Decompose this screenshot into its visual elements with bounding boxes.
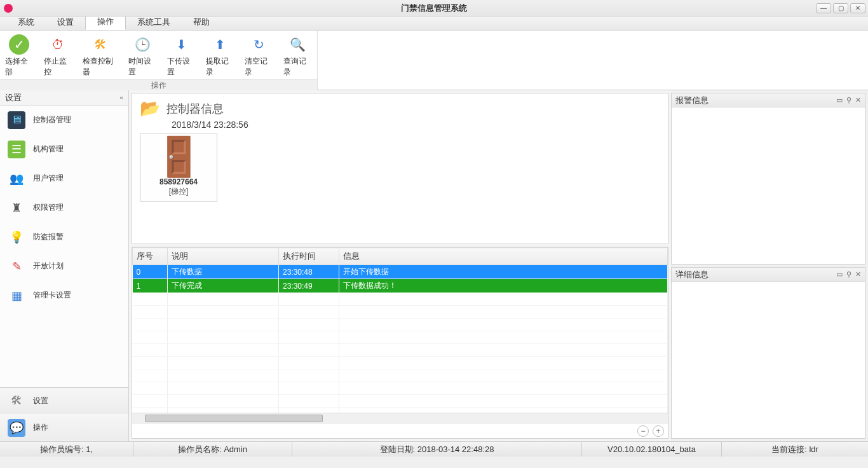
detail-panel-title: 详细信息	[675, 269, 709, 280]
zoom-in-button[interactable]: +	[653, 425, 664, 437]
side-icon: ▦	[8, 287, 25, 305]
table-row-empty	[133, 357, 668, 369]
table-row-empty	[133, 319, 668, 331]
ribbon-选择全部[interactable]: ✓选择全部	[0, 33, 39, 79]
sidebar-bottom-操作[interactable]: 💬操作	[0, 415, 128, 441]
table-row-empty	[133, 344, 668, 357]
ribbon-group-label: 操作	[0, 79, 317, 92]
sidebar-item-开放计划[interactable]: ✎开放计划	[0, 252, 128, 281]
col-desc[interactable]: 说明	[168, 248, 279, 265]
panel-close-icon[interactable]: ✕	[855, 270, 861, 279]
sidebar-item-权限管理[interactable]: ♜权限管理	[0, 193, 128, 223]
status-operator-no: 操作员编号: 1,	[0, 442, 133, 457]
close-button[interactable]: ✕	[850, 3, 865, 13]
side-icon: ♜	[8, 199, 25, 217]
ribbon-清空记录[interactable]: ↻清空记录	[240, 33, 278, 79]
detail-panel: 详细信息 ▭ ⚲ ✕	[671, 267, 865, 439]
horizontal-scrollbar[interactable]	[132, 413, 668, 423]
status-operator-name: 操作员名称: Admin	[133, 442, 292, 457]
side-icon: 🛠	[8, 392, 25, 410]
table-row-empty	[133, 331, 668, 344]
content-area: 📂 控制器信息 2018/3/14 23:28:56 🚪 858927664 […	[129, 90, 671, 441]
table-row-empty	[133, 382, 668, 395]
side-icon: ☰	[8, 141, 25, 158]
minimize-button[interactable]: —	[816, 3, 831, 13]
ribbon-icon: ⬇	[172, 34, 192, 55]
menutab-system[interactable]: 系统	[6, 15, 46, 30]
panel-pin-icon[interactable]: ⚲	[846, 96, 851, 104]
panel-window-icon[interactable]: ▭	[836, 96, 843, 104]
window-controls: — ▢ ✕	[816, 3, 865, 13]
sidebar-item-用户管理[interactable]: 👥用户管理	[0, 164, 128, 193]
panel-pin-icon[interactable]: ⚲	[846, 270, 851, 279]
sidebar-item-机构管理[interactable]: ☰机构管理	[0, 135, 128, 164]
device-id: 858927664	[159, 177, 198, 186]
sidebar-header: 设置 «	[0, 90, 128, 106]
table-row[interactable]: 1下传完成23:30:49下传数据成功！	[133, 279, 668, 293]
sidebar: 设置 « 🖥控制器管理☰机构管理👥用户管理♜权限管理💡防盗报警✎开放计划▦管理卡…	[0, 90, 129, 441]
view-title: 控制器信息	[166, 101, 224, 116]
ribbon-时间设置[interactable]: 🕒时间设置	[123, 33, 162, 79]
col-info[interactable]: 信息	[339, 248, 668, 265]
ribbon-icon: ⏱	[48, 34, 68, 55]
side-icon: 🖥	[8, 111, 25, 129]
device-type: [梯控]	[169, 186, 189, 197]
side-icon: 👥	[8, 170, 25, 188]
sidebar-bottom-设置[interactable]: 🛠设置	[0, 388, 128, 415]
folder-icon: 📂	[140, 99, 160, 118]
sidebar-item-防盗报警[interactable]: 💡防盗报警	[0, 223, 128, 252]
device-card[interactable]: 🚪 858927664 [梯控]	[140, 134, 217, 202]
panel-window-icon[interactable]: ▭	[836, 270, 843, 279]
table-row-empty	[133, 293, 668, 306]
menu-tabs: 系统 设置 操作 系统工具 帮助	[0, 17, 868, 31]
status-login-date: 登陆日期: 2018-03-14 22:48:28	[292, 442, 582, 457]
collapse-icon[interactable]: «	[119, 94, 123, 101]
controller-view: 📂 控制器信息 2018/3/14 23:28:56 🚪 858927664 […	[132, 93, 668, 244]
ribbon-提取记录[interactable]: ⬆提取记录	[201, 33, 240, 79]
right-panels: 报警信息 ▭ ⚲ ✕ 详细信息 ▭ ⚲ ✕	[671, 90, 868, 441]
side-icon: 💡	[8, 228, 25, 246]
ribbon-icon: ↻	[249, 34, 269, 55]
alarm-panel-title: 报警信息	[675, 95, 709, 106]
maximize-button[interactable]: ▢	[833, 3, 848, 13]
sidebar-item-管理卡设置[interactable]: ▦管理卡设置	[0, 281, 128, 310]
ribbon-查询记录[interactable]: 🔍查询记录	[278, 33, 317, 79]
table-row-empty	[133, 408, 668, 413]
status-version: V20.10.02.180104_bata	[582, 442, 722, 457]
ribbon-下传设置[interactable]: ⬇下传设置	[162, 33, 201, 79]
side-icon: 💬	[8, 419, 25, 437]
table-row-empty	[133, 395, 668, 408]
sidebar-title: 设置	[5, 92, 22, 104]
sidebar-item-控制器管理[interactable]: 🖥控制器管理	[0, 106, 128, 135]
col-time[interactable]: 执行时间	[279, 248, 339, 265]
log-grid: 序号 说明 执行时间 信息 0下传数据23:30:48开始下传数据1下传完成23…	[132, 247, 668, 439]
ribbon-icon: ⬆	[210, 34, 231, 55]
side-icon: ✎	[8, 258, 25, 275]
ribbon: ✓选择全部⏱停止监控🛠检查控制器🕒时间设置⬇下传设置⬆提取记录↻清空记录🔍查询记…	[0, 31, 868, 90]
status-connection: 当前连接: ldr	[722, 442, 868, 457]
door-icon: 🚪	[155, 138, 203, 176]
menutab-tools[interactable]: 系统工具	[126, 15, 182, 30]
menutab-help[interactable]: 帮助	[182, 15, 221, 30]
view-timestamp: 2018/3/14 23:28:56	[172, 120, 668, 130]
alarm-panel: 报警信息 ▭ ⚲ ✕	[671, 93, 865, 265]
zoom-out-button[interactable]: −	[637, 425, 649, 437]
app-icon	[4, 4, 13, 13]
ribbon-icon: ✓	[9, 34, 29, 55]
ribbon-icon: 🔍	[288, 34, 308, 55]
ribbon-检查控制器[interactable]: 🛠检查控制器	[78, 33, 123, 79]
window-title: 门禁信息管理系统	[401, 3, 467, 14]
ribbon-停止监控[interactable]: ⏱停止监控	[39, 33, 78, 79]
ribbon-icon: 🕒	[133, 34, 153, 55]
table-row-empty	[133, 369, 668, 382]
col-seq[interactable]: 序号	[133, 248, 168, 265]
grid-footer: − +	[132, 423, 668, 438]
menutab-settings[interactable]: 设置	[46, 15, 85, 30]
title-bar: 门禁信息管理系统 — ▢ ✕	[0, 0, 868, 17]
ribbon-icon: 🛠	[90, 34, 111, 55]
panel-close-icon[interactable]: ✕	[855, 96, 861, 104]
status-bar: 操作员编号: 1, 操作员名称: Admin 登陆日期: 2018-03-14 …	[0, 441, 868, 457]
table-row-empty	[133, 306, 668, 319]
table-row[interactable]: 0下传数据23:30:48开始下传数据	[133, 265, 668, 279]
